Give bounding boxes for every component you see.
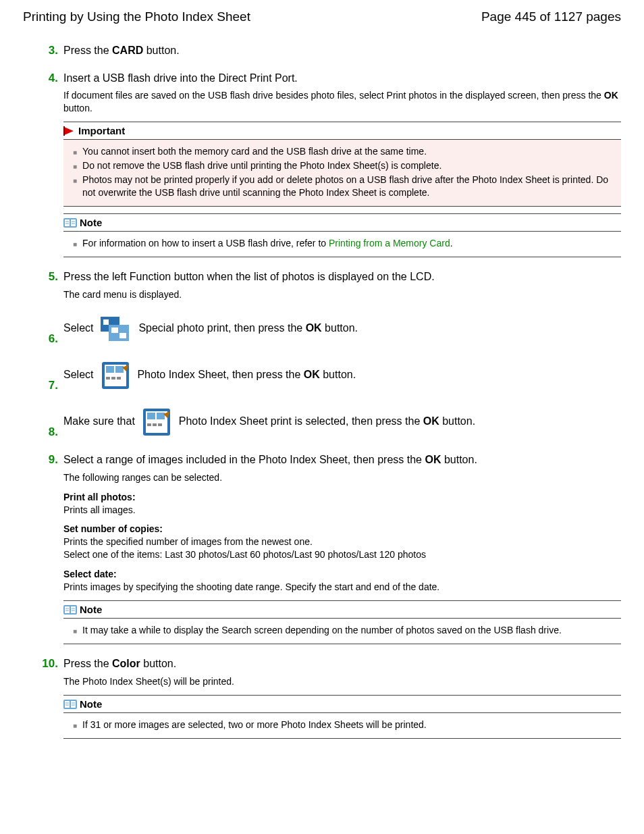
bullet-icon: ■ — [69, 237, 82, 250]
step-number: 4. — [38, 71, 63, 257]
svg-rect-25 — [157, 413, 165, 419]
range-print-all: Print all photos: Prints all images. — [63, 491, 621, 517]
ok-label: OK — [604, 90, 618, 101]
step-7: 7. Select Photo Index Sheet, then press … — [38, 359, 621, 394]
step-number: 8. — [38, 406, 63, 440]
bullet-icon: ■ — [69, 174, 82, 199]
color-button-label: Color — [112, 658, 140, 669]
svg-rect-38 — [65, 701, 70, 708]
bullet-icon: ■ — [69, 624, 82, 637]
step-4: 4. Insert a USB flash drive into the Dir… — [38, 71, 621, 257]
range-set-copies: Set number of copies: Prints the specifi… — [63, 523, 621, 561]
note-body: ■It may take a while to display the Sear… — [63, 619, 621, 644]
important-body: ■You cannot insert both the memory card … — [63, 140, 621, 206]
bullet-icon: ■ — [69, 159, 82, 172]
note-body: ■If 31 or more images are selected, two … — [63, 713, 621, 738]
step-number: 3. — [38, 43, 63, 59]
ok-label: OK — [425, 454, 441, 465]
svg-rect-20 — [117, 377, 121, 380]
step-number: 6. — [38, 313, 63, 347]
flag-icon — [63, 126, 76, 136]
photo-index-sheet-print-icon — [140, 406, 173, 438]
svg-rect-39 — [71, 701, 76, 708]
note-box: Note ■If 31 or more images are selected,… — [63, 695, 621, 739]
step-6: 6. Select Special photo print, then pres… — [38, 313, 621, 347]
step-subtext: The card menu is displayed. — [63, 288, 621, 301]
step-number: 9. — [38, 452, 63, 644]
note-header: Note — [63, 214, 621, 232]
step-number: 7. — [38, 359, 63, 394]
step-number: 5. — [38, 269, 63, 301]
svg-rect-31 — [65, 606, 70, 613]
photo-index-sheet-icon — [99, 359, 132, 392]
page-indicator: Page 445 of 1127 pages — [481, 8, 621, 26]
ok-label: OK — [306, 323, 322, 334]
svg-rect-27 — [153, 423, 157, 426]
step-number: 10. — [38, 656, 63, 739]
step-title: Press the Color button. — [63, 656, 621, 671]
step-body: Make sure that Photo Index Sheet print i… — [63, 406, 621, 440]
step-body: Select Photo Index Sheet, then press the… — [63, 359, 621, 394]
svg-rect-4 — [71, 219, 76, 226]
step-10: 10. Press the Color button. The Photo In… — [38, 656, 621, 739]
list-item: ■You cannot insert both the memory card … — [69, 145, 616, 158]
svg-rect-1 — [63, 126, 65, 136]
step-3: 3. Press the CARD button. — [38, 43, 621, 59]
step-body: Press the left Function button when the … — [63, 269, 621, 301]
svg-rect-26 — [147, 423, 151, 426]
step-body: Insert a USB flash drive into the Direct… — [63, 71, 621, 257]
svg-rect-18 — [106, 377, 110, 380]
svg-rect-11 — [103, 319, 109, 325]
step-8: 8. Make sure that Photo Index Sheet prin… — [38, 406, 621, 440]
step-body: Select Special photo print, then press t… — [63, 313, 621, 347]
svg-rect-16 — [106, 366, 114, 373]
note-icon — [63, 700, 77, 709]
bullet-icon: ■ — [69, 719, 82, 731]
note-body: ■ For information on how to insert a USB… — [63, 232, 621, 257]
step-list: 3. Press the CARD button. 4. Insert a US… — [38, 43, 621, 739]
note-box: Note ■ For information on how to insert … — [63, 213, 621, 257]
svg-rect-13 — [119, 333, 126, 338]
list-item: ■It may take a while to display the Sear… — [69, 624, 616, 637]
step-title: Insert a USB flash drive into the Direct… — [63, 71, 621, 86]
step-title: Select a range of images included in the… — [63, 452, 621, 467]
step-body: Press the Color button. The Photo Index … — [63, 656, 621, 739]
bullet-icon: ■ — [69, 145, 82, 158]
svg-rect-24 — [147, 413, 155, 419]
doc-title: Printing by Using the Photo Index Sheet — [23, 8, 250, 26]
list-item: ■ For information on how to insert a USB… — [69, 237, 616, 250]
step-subtext: The following ranges can be selected. — [63, 471, 621, 484]
step-5: 5. Press the left Function button when t… — [38, 269, 621, 301]
list-item: ■If 31 or more images are selected, two … — [69, 719, 616, 731]
step-subtext: The Photo Index Sheet(s) will be printed… — [63, 675, 621, 688]
note-header: Note — [63, 601, 621, 619]
ok-label: OK — [423, 416, 439, 427]
svg-rect-17 — [115, 366, 124, 373]
note-icon — [63, 218, 77, 228]
step-body: Select a range of images included in the… — [63, 452, 621, 644]
card-button-label: CARD — [112, 45, 143, 56]
step-9: 9. Select a range of images included in … — [38, 452, 621, 644]
range-select-date: Select date: Prints images by specifying… — [63, 568, 621, 594]
svg-rect-32 — [71, 606, 76, 613]
list-item: ■Photos may not be printed properly if y… — [69, 174, 616, 199]
special-photo-print-icon — [99, 313, 133, 345]
note-header: Note — [63, 696, 621, 713]
step-body: Press the CARD button. — [63, 43, 621, 59]
note-icon — [63, 605, 77, 615]
step-title: Press the left Function button when the … — [63, 269, 621, 284]
page-header: Printing by Using the Photo Index Sheet … — [23, 8, 621, 26]
ok-label: OK — [304, 369, 320, 381]
list-item: ■Do not remove the USB flash drive until… — [69, 159, 616, 172]
important-header: Important — [63, 122, 621, 140]
note-box: Note ■It may take a while to display the… — [63, 600, 621, 644]
svg-marker-0 — [64, 127, 74, 135]
svg-rect-28 — [158, 423, 162, 426]
link-printing-from-memory-card[interactable]: Printing from a Memory Card — [329, 238, 450, 249]
svg-rect-19 — [111, 377, 115, 380]
step-subtext: If document files are saved on the USB f… — [63, 89, 621, 115]
svg-rect-12 — [111, 328, 118, 333]
svg-rect-3 — [65, 219, 70, 226]
important-box: Important ■You cannot insert both the me… — [63, 122, 621, 207]
